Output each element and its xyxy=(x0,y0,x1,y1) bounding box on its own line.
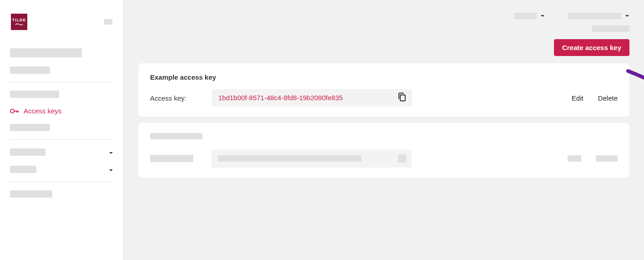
edit-placeholder xyxy=(568,155,581,162)
copy-icon-placeholder xyxy=(398,154,406,163)
nav-divider xyxy=(10,82,113,82)
access-key-card: Example access key Access key: 1bd1b00f-… xyxy=(138,63,629,117)
nav-item-placeholder-6[interactable] xyxy=(10,161,113,178)
secondary-bar-placeholder xyxy=(592,25,629,32)
nav-divider xyxy=(10,139,113,140)
key-label-placeholder xyxy=(150,155,193,162)
access-key-value: 1bd1b00f-8571-48c4-8fd8-19b2080fe835 xyxy=(218,94,343,102)
nav-item-placeholder-5[interactable] xyxy=(10,143,113,161)
create-access-key-button[interactable]: Create access key xyxy=(554,39,629,56)
nav-divider xyxy=(10,182,113,182)
copy-icon[interactable] xyxy=(397,92,407,104)
nav-item-placeholder-1[interactable] xyxy=(10,44,113,62)
nav-label-placeholder xyxy=(10,48,82,57)
sidebar-header: TILDE xyxy=(0,14,123,44)
svg-point-0 xyxy=(10,109,14,112)
secondary-bar xyxy=(124,24,644,39)
key-value-box-placeholder xyxy=(211,149,412,168)
tilde-wave-icon xyxy=(15,23,23,26)
main-content: Create access key Example access key Acc… xyxy=(124,0,644,260)
topbar-dropdown-2[interactable] xyxy=(568,13,629,19)
nav-item-placeholder-4[interactable] xyxy=(10,119,113,136)
nav-item-placeholder-3[interactable] xyxy=(10,86,113,102)
nav-label-placeholder xyxy=(10,148,45,156)
sidebar-collapse-button[interactable] xyxy=(104,19,112,25)
content-area: Create access key Example access key Acc… xyxy=(124,39,644,178)
access-key-card-placeholder xyxy=(138,123,629,178)
chevron-down-icon xyxy=(625,15,629,17)
nav-label-placeholder xyxy=(10,166,36,173)
topbar-dropdown-1[interactable] xyxy=(514,13,545,19)
sidebar-nav: Access keys xyxy=(0,44,123,202)
nav-item-placeholder-2[interactable] xyxy=(10,62,113,78)
access-key-row: Access key: 1bd1b00f-8571-48c4-8fd8-19b2… xyxy=(150,89,618,107)
nav-label-placeholder xyxy=(10,66,50,74)
chevron-down-icon xyxy=(109,148,113,156)
nav-label-placeholder xyxy=(10,91,59,98)
brand-logo-text: TILDE xyxy=(12,18,26,22)
delete-button[interactable]: Delete xyxy=(598,94,618,102)
access-key-actions: Edit Delete xyxy=(572,94,618,102)
brand-logo[interactable]: TILDE xyxy=(11,14,27,30)
access-key-card-title: Example access key xyxy=(150,73,618,81)
key-value-placeholder xyxy=(218,155,361,162)
create-button-row: Create access key xyxy=(138,39,629,56)
nav-item-access-keys[interactable]: Access keys xyxy=(10,102,113,119)
delete-placeholder xyxy=(596,155,618,162)
key-icon xyxy=(10,108,19,114)
placeholder-row xyxy=(150,149,618,168)
topbar-label-placeholder xyxy=(514,13,537,19)
top-bar xyxy=(124,0,644,24)
chevron-down-icon xyxy=(540,15,545,17)
key-actions-placeholder xyxy=(568,155,618,162)
edit-button[interactable]: Edit xyxy=(572,94,584,102)
nav-item-placeholder-7[interactable] xyxy=(10,186,113,202)
chevron-down-icon xyxy=(109,165,113,173)
sidebar: TILDE Access keys xyxy=(0,0,124,260)
access-key-label: Access key: xyxy=(150,94,212,102)
card-title-placeholder xyxy=(150,133,202,139)
access-key-value-box: 1bd1b00f-8571-48c4-8fd8-19b2080fe835 xyxy=(212,89,412,107)
nav-label-placeholder xyxy=(10,190,52,198)
svg-rect-1 xyxy=(400,95,405,101)
topbar-label-placeholder xyxy=(568,13,621,19)
nav-label-placeholder xyxy=(10,124,50,131)
nav-label-access-keys: Access keys xyxy=(24,107,61,115)
